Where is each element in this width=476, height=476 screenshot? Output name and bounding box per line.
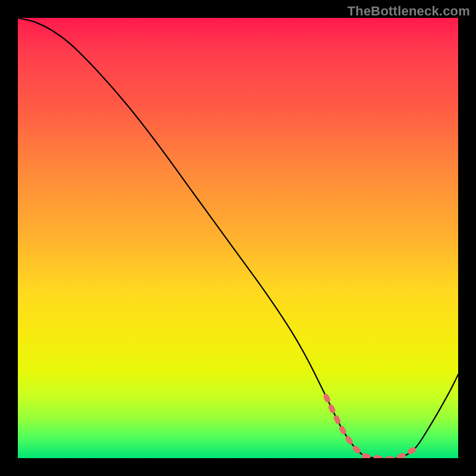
curve-svg <box>18 18 458 458</box>
curve-path <box>18 18 458 458</box>
chart-frame: TheBottleneck.com <box>0 0 476 476</box>
highlight-dots <box>326 396 414 458</box>
plot-area <box>18 18 458 458</box>
watermark-text: TheBottleneck.com <box>347 4 470 19</box>
